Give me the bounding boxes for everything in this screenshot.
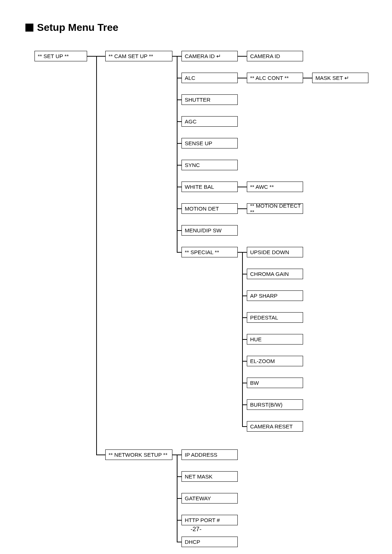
- box-upside-down: UPSIDE DOWN: [247, 247, 303, 257]
- box-el-zoom: EL-ZOOM: [247, 356, 303, 366]
- box-cam-setup: ** CAM SET UP **: [105, 51, 172, 61]
- box-network-setup: ** NETWORK SETUP **: [105, 449, 172, 460]
- title-text: Setup Menu Tree: [37, 22, 118, 33]
- box-dhcp: DHCP: [181, 537, 238, 547]
- page-title: Setup Menu Tree: [25, 22, 118, 33]
- box-alc: ALC: [181, 73, 238, 83]
- box-special: ** SPECIAL **: [181, 247, 238, 257]
- box-hue: HUE: [247, 334, 303, 345]
- box-awc: ** AWC **: [247, 182, 303, 192]
- box-shutter: SHUTTER: [181, 94, 238, 105]
- box-pedestal: PEDESTAL: [247, 312, 303, 323]
- box-net-mask: NET MASK: [181, 471, 238, 482]
- box-ip-address: IP ADDRESS: [181, 449, 238, 460]
- box-burst-bw: BURST(B/W): [247, 399, 303, 410]
- box-alc-cont: ** ALC CONT **: [247, 73, 303, 83]
- title-marker-icon: [25, 24, 33, 32]
- box-agc: AGC: [181, 116, 238, 127]
- box-mask-set: MASK SET ↵: [312, 73, 368, 83]
- box-white-bal: WHITE BAL: [181, 182, 238, 192]
- box-camera-reset: CAMERA RESET: [247, 421, 303, 432]
- box-menu-dip: MENU/DIP SW: [181, 225, 238, 236]
- page-number: -27-: [0, 526, 392, 533]
- page: Setup Menu Tree ** SET UP ** ** CAM SET …: [0, 0, 392, 554]
- box-gateway: GATEWAY: [181, 493, 238, 504]
- box-motion-det: MOTION DET: [181, 203, 238, 214]
- box-bw: BW: [247, 378, 303, 388]
- box-motion-detect: ** MOTION DETECT **: [247, 203, 303, 214]
- box-sense-up: SENSE UP: [181, 138, 238, 148]
- box-camera-id: CAMERA ID: [247, 51, 303, 61]
- box-ap-sharp: AP SHARP: [247, 290, 303, 301]
- box-http-port: HTTP PORT #: [181, 515, 238, 525]
- box-setup: ** SET UP **: [34, 51, 87, 61]
- box-camera-id-sub: CAMERA ID ↵: [181, 51, 238, 61]
- box-sync: SYNC: [181, 160, 238, 170]
- box-chroma-gain: CHROMA GAIN: [247, 269, 303, 279]
